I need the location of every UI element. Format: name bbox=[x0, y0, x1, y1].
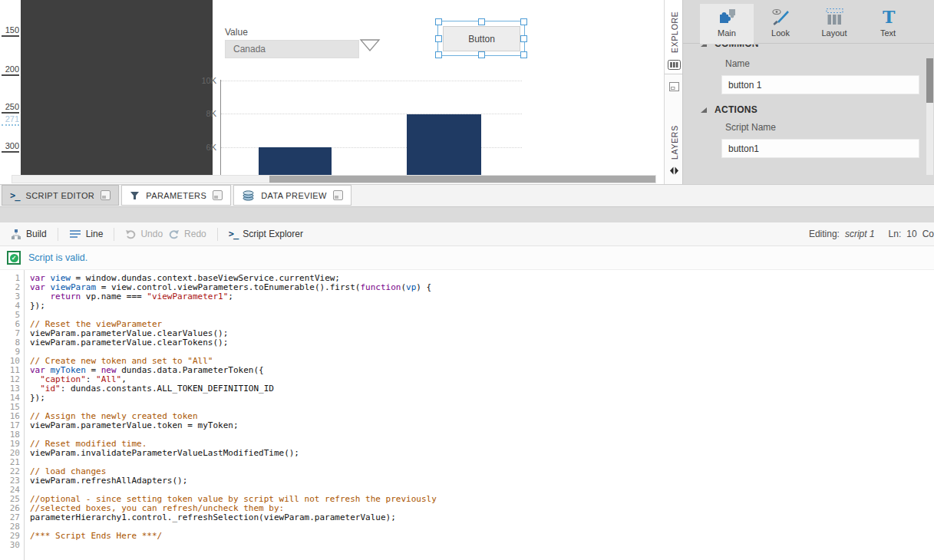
line-number: 2 bbox=[0, 283, 27, 292]
popout-icon[interactable] bbox=[213, 190, 223, 200]
line-number: 1 bbox=[0, 274, 27, 283]
y-axis-tick: 8K bbox=[190, 109, 216, 118]
code-line: 21 bbox=[0, 458, 934, 467]
code-lines: 1var view = window.dundas.context.baseVi… bbox=[0, 274, 934, 550]
section-label: ACTIONS bbox=[715, 104, 757, 115]
divider bbox=[58, 228, 58, 241]
script-explorer-icon: >_ bbox=[229, 229, 238, 239]
undo-icon bbox=[125, 229, 136, 239]
code-line: 17viewParam.parameterValue.token = myTok… bbox=[0, 421, 934, 430]
selection-handle[interactable] bbox=[520, 18, 527, 25]
popout-icon[interactable] bbox=[333, 190, 343, 200]
editor-tabbar: >_ SCRIPT EDITOR PARAMETERS DATA PREVIEW bbox=[0, 185, 934, 206]
name-label: Name bbox=[725, 58, 934, 69]
code-editor[interactable]: 1var view = window.dundas.context.baseVi… bbox=[0, 270, 934, 560]
funnel-icon bbox=[130, 191, 140, 200]
dashboard-canvas[interactable]: 150 200 250 271 300 Value Canada Button … bbox=[0, 0, 664, 184]
ruler-tick: 250 bbox=[2, 102, 19, 114]
undo-button[interactable]: Undo bbox=[122, 229, 166, 239]
y-axis-tick: 10K bbox=[190, 76, 216, 85]
ruler-tick: 200 bbox=[2, 64, 19, 76]
tab-layout[interactable]: Layout bbox=[807, 4, 861, 44]
tab-script-editor[interactable]: >_ SCRIPT EDITOR bbox=[2, 185, 119, 206]
tab-main[interactable]: Main bbox=[700, 4, 754, 44]
popout-icon[interactable] bbox=[101, 190, 111, 200]
selection-handle[interactable] bbox=[520, 51, 527, 58]
horizontal-scrollbar[interactable] bbox=[12, 175, 656, 183]
tab-data-preview[interactable]: DATA PREVIEW bbox=[233, 185, 351, 206]
script-name-field[interactable] bbox=[721, 139, 919, 158]
editing-label: Editing: bbox=[809, 229, 840, 239]
vertical-scrollbar-thumb[interactable] bbox=[926, 58, 933, 103]
line-number: 5 bbox=[0, 311, 27, 320]
code-line: 14}); bbox=[0, 394, 934, 403]
build-button[interactable]: Build bbox=[8, 229, 50, 239]
button-label: Undo bbox=[140, 229, 163, 239]
dropdown-arrow-icon[interactable] bbox=[359, 38, 381, 52]
tab-label: Look bbox=[771, 28, 790, 38]
button-widget[interactable]: Button bbox=[443, 26, 520, 51]
data-preview-icon bbox=[242, 190, 255, 201]
script-prompt-icon: >_ bbox=[10, 190, 19, 201]
tab-label: Main bbox=[718, 28, 736, 38]
section-common-clipped[interactable]: COMMON bbox=[700, 44, 934, 51]
redo-button[interactable]: Redo bbox=[166, 229, 210, 239]
canvas-side-toolbar: EXPLORE LAYERS bbox=[664, 0, 683, 184]
editor-spacer-band bbox=[0, 206, 934, 222]
collapse-panel-icon[interactable] bbox=[669, 166, 679, 175]
code-line: 4}); bbox=[0, 301, 934, 311]
ruler-cursor-position: 271 bbox=[2, 114, 19, 126]
parameter-selected-value: Canada bbox=[233, 44, 266, 54]
selection-handle[interactable] bbox=[478, 18, 485, 25]
tab-parameters[interactable]: PARAMETERS bbox=[121, 185, 231, 206]
code-line: 27parameterHierarchy1.control._refreshSe… bbox=[0, 513, 934, 522]
line-number: 8 bbox=[0, 338, 27, 348]
window-icon[interactable] bbox=[669, 82, 679, 91]
line-value: 10 bbox=[906, 229, 916, 239]
y-axis-line bbox=[220, 80, 221, 175]
tab-look[interactable]: Look bbox=[754, 4, 807, 44]
selection-handle[interactable] bbox=[435, 18, 442, 25]
line-number: 7 bbox=[0, 329, 27, 338]
gutter-divider bbox=[24, 270, 25, 560]
valid-check-icon: ✓ bbox=[7, 251, 21, 265]
dark-chart-widget[interactable] bbox=[21, 0, 213, 175]
code-line: 20viewParam.invalidateParameterValueLast… bbox=[0, 449, 934, 458]
code-line: 11var myToken = new dundas.data.Paramete… bbox=[0, 366, 934, 375]
column-label: Col: bbox=[922, 229, 934, 239]
brush-icon bbox=[771, 8, 791, 26]
metric-bars-icon[interactable] bbox=[668, 60, 681, 70]
horizontal-scrollbar-thumb[interactable] bbox=[269, 176, 655, 183]
editing-status: Editing: script 1 Ln: 10 Col: bbox=[809, 229, 934, 239]
code-line: 8viewParam.parameterValue.clearTokens(); bbox=[0, 338, 934, 348]
section-actions[interactable]: ACTIONS bbox=[700, 104, 934, 115]
bar-0 bbox=[259, 147, 332, 175]
button-label: Redo bbox=[184, 229, 206, 239]
script-name-label: Script Name bbox=[725, 122, 934, 133]
selection-handle[interactable] bbox=[435, 35, 442, 42]
text-icon: T bbox=[878, 8, 899, 26]
vertical-scrollbar[interactable] bbox=[926, 58, 933, 175]
puzzle-icon bbox=[717, 8, 738, 26]
redo-icon bbox=[169, 229, 180, 239]
validity-message: Script is valid. bbox=[28, 252, 87, 263]
script-explorer-button[interactable]: >_ Script Explorer bbox=[226, 229, 306, 239]
name-field[interactable] bbox=[721, 75, 919, 94]
expand-triangle-icon bbox=[700, 44, 708, 48]
selection-handle[interactable] bbox=[520, 35, 527, 42]
properties-panel: Main Look Layout bbox=[683, 0, 934, 184]
selection-handle[interactable] bbox=[435, 51, 442, 58]
parameter-dropdown[interactable]: Canada bbox=[225, 40, 359, 58]
divider bbox=[114, 228, 114, 241]
tab-layers[interactable]: LAYERS bbox=[670, 125, 679, 160]
line-button[interactable]: Line bbox=[66, 229, 107, 239]
script-editor-region: >_ SCRIPT EDITOR PARAMETERS DATA PREVIEW bbox=[0, 184, 934, 560]
ruler-tick: 300 bbox=[2, 141, 19, 153]
line-label: Ln: bbox=[889, 229, 902, 239]
selection-handle[interactable] bbox=[478, 51, 485, 58]
code-line: 30 bbox=[0, 541, 934, 550]
button-label: Line bbox=[86, 229, 104, 239]
tab-explore[interactable]: EXPLORE bbox=[670, 11, 679, 53]
tab-text[interactable]: T Text bbox=[861, 4, 915, 44]
y-axis-tick: 6K bbox=[190, 143, 216, 152]
